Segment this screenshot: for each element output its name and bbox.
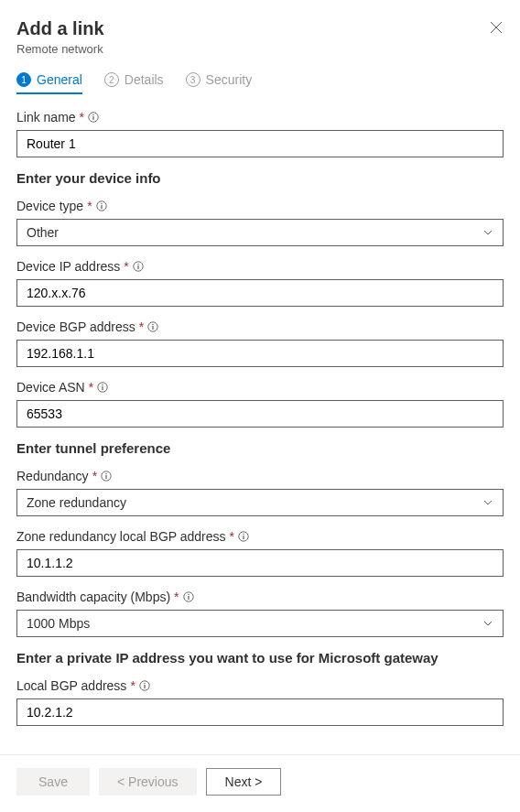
close-button[interactable] [489,20,504,35]
device-type-label: Device type * [16,199,504,213]
zone-local-bgp-label: Zone redundancy local BGP address * [16,529,504,544]
svg-rect-11 [153,326,154,330]
info-icon[interactable] [133,261,144,272]
svg-point-4 [101,203,102,204]
private-ip-heading: Enter a private IP address you want to u… [16,650,504,666]
device-ip-input[interactable] [16,279,504,307]
chevron-down-icon [482,227,493,238]
close-icon [489,20,504,35]
svg-rect-8 [137,265,138,269]
bandwidth-label: Bandwidth capacity (Mbps) * [16,590,504,604]
svg-rect-20 [243,536,244,539]
redundancy-label: Redundancy * [16,469,504,483]
device-type-select[interactable]: Other [16,219,504,246]
device-bgp-input[interactable] [16,340,504,367]
local-bgp-input[interactable] [16,698,504,726]
tunnel-pref-heading: Enter tunnel preference [16,440,504,456]
info-icon[interactable] [96,200,107,211]
svg-point-22 [188,594,189,595]
tab-label: Details [125,72,164,87]
tab-number: 3 [186,72,200,87]
tab-general[interactable]: 1 General [16,72,82,94]
bandwidth-select[interactable]: 1000 Mbps [16,610,504,637]
svg-rect-14 [103,386,103,390]
wizard-tabs: 1 General 2 Details 3 Security [16,72,504,95]
device-info-heading: Enter your device info [16,170,504,186]
svg-point-13 [102,384,103,385]
previous-button[interactable]: < Previous [99,768,197,796]
zone-local-bgp-input[interactable] [16,549,504,577]
svg-rect-2 [92,116,93,120]
svg-rect-23 [188,596,189,600]
device-asn-label: Device ASN * [16,380,504,395]
link-name-input[interactable] [16,130,504,157]
chevron-down-icon [482,497,493,508]
link-name-label: Link name * [16,110,504,125]
info-icon[interactable] [97,382,108,393]
svg-point-7 [137,264,138,265]
next-button[interactable]: Next > [206,768,282,796]
chevron-down-icon [482,618,493,629]
svg-point-10 [152,324,153,325]
save-button[interactable]: Save [16,768,90,796]
info-icon[interactable] [139,680,150,691]
svg-point-19 [243,534,244,535]
info-icon[interactable] [101,471,112,482]
device-bgp-label: Device BGP address * [16,319,504,334]
svg-rect-17 [105,475,106,479]
tab-label: Security [206,72,253,87]
tab-label: General [37,72,82,87]
wizard-footer: Save < Previous Next > [0,754,520,812]
info-icon[interactable] [88,112,99,123]
svg-point-1 [92,114,93,115]
tab-security[interactable]: 3 Security [186,72,253,94]
panel-title: Add a link [16,16,104,40]
info-icon[interactable] [183,591,194,602]
info-icon[interactable] [147,321,158,332]
tab-details[interactable]: 2 Details [104,72,164,94]
svg-point-25 [144,683,145,684]
tab-number: 1 [16,72,31,87]
local-bgp-label: Local BGP address * [16,678,504,693]
svg-rect-5 [101,205,102,209]
device-ip-label: Device IP address * [16,259,504,274]
svg-rect-26 [144,685,145,688]
svg-point-16 [105,473,106,474]
tab-number: 2 [104,72,119,87]
info-icon[interactable] [238,531,249,542]
redundancy-select[interactable]: Zone redundancy [16,489,504,516]
panel-subtitle: Remote network [16,42,104,56]
device-asn-input[interactable] [16,400,504,428]
